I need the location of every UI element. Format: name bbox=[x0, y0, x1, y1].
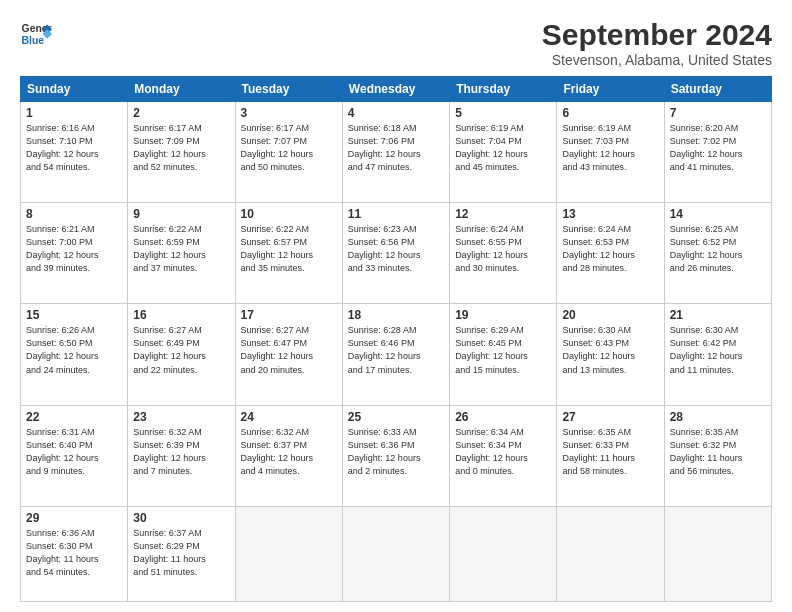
day-number: 6 bbox=[562, 106, 658, 120]
calendar-cell bbox=[664, 506, 771, 601]
day-number: 3 bbox=[241, 106, 337, 120]
day-number: 27 bbox=[562, 410, 658, 424]
calendar-cell: 24Sunrise: 6:32 AM Sunset: 6:37 PM Dayli… bbox=[235, 405, 342, 506]
calendar-cell: 4Sunrise: 6:18 AM Sunset: 7:06 PM Daylig… bbox=[342, 102, 449, 203]
calendar-day-header: Tuesday bbox=[235, 77, 342, 102]
calendar-cell: 9Sunrise: 6:22 AM Sunset: 6:59 PM Daylig… bbox=[128, 203, 235, 304]
day-info: Sunrise: 6:24 AM Sunset: 6:53 PM Dayligh… bbox=[562, 223, 658, 275]
calendar-cell bbox=[235, 506, 342, 601]
day-info: Sunrise: 6:28 AM Sunset: 6:46 PM Dayligh… bbox=[348, 324, 444, 376]
day-number: 24 bbox=[241, 410, 337, 424]
calendar-cell bbox=[342, 506, 449, 601]
main-title: September 2024 bbox=[542, 18, 772, 52]
day-number: 2 bbox=[133, 106, 229, 120]
day-info: Sunrise: 6:35 AM Sunset: 6:32 PM Dayligh… bbox=[670, 426, 766, 478]
calendar-cell: 22Sunrise: 6:31 AM Sunset: 6:40 PM Dayli… bbox=[21, 405, 128, 506]
day-number: 1 bbox=[26, 106, 122, 120]
day-number: 28 bbox=[670, 410, 766, 424]
calendar-cell: 13Sunrise: 6:24 AM Sunset: 6:53 PM Dayli… bbox=[557, 203, 664, 304]
day-info: Sunrise: 6:30 AM Sunset: 6:43 PM Dayligh… bbox=[562, 324, 658, 376]
day-number: 16 bbox=[133, 308, 229, 322]
day-info: Sunrise: 6:27 AM Sunset: 6:49 PM Dayligh… bbox=[133, 324, 229, 376]
day-info: Sunrise: 6:29 AM Sunset: 6:45 PM Dayligh… bbox=[455, 324, 551, 376]
calendar-day-header: Wednesday bbox=[342, 77, 449, 102]
calendar-cell: 7Sunrise: 6:20 AM Sunset: 7:02 PM Daylig… bbox=[664, 102, 771, 203]
calendar-cell: 21Sunrise: 6:30 AM Sunset: 6:42 PM Dayli… bbox=[664, 304, 771, 405]
calendar-cell: 30Sunrise: 6:37 AM Sunset: 6:29 PM Dayli… bbox=[128, 506, 235, 601]
calendar-cell: 5Sunrise: 6:19 AM Sunset: 7:04 PM Daylig… bbox=[450, 102, 557, 203]
calendar-day-header: Saturday bbox=[664, 77, 771, 102]
day-number: 4 bbox=[348, 106, 444, 120]
logo-icon: General Blue bbox=[20, 18, 52, 50]
calendar-cell: 18Sunrise: 6:28 AM Sunset: 6:46 PM Dayli… bbox=[342, 304, 449, 405]
calendar-cell: 27Sunrise: 6:35 AM Sunset: 6:33 PM Dayli… bbox=[557, 405, 664, 506]
day-number: 19 bbox=[455, 308, 551, 322]
calendar-cell: 16Sunrise: 6:27 AM Sunset: 6:49 PM Dayli… bbox=[128, 304, 235, 405]
day-info: Sunrise: 6:32 AM Sunset: 6:39 PM Dayligh… bbox=[133, 426, 229, 478]
day-info: Sunrise: 6:18 AM Sunset: 7:06 PM Dayligh… bbox=[348, 122, 444, 174]
calendar-cell: 2Sunrise: 6:17 AM Sunset: 7:09 PM Daylig… bbox=[128, 102, 235, 203]
day-number: 26 bbox=[455, 410, 551, 424]
day-info: Sunrise: 6:36 AM Sunset: 6:30 PM Dayligh… bbox=[26, 527, 122, 579]
day-info: Sunrise: 6:21 AM Sunset: 7:00 PM Dayligh… bbox=[26, 223, 122, 275]
day-info: Sunrise: 6:20 AM Sunset: 7:02 PM Dayligh… bbox=[670, 122, 766, 174]
calendar-day-header: Sunday bbox=[21, 77, 128, 102]
day-info: Sunrise: 6:25 AM Sunset: 6:52 PM Dayligh… bbox=[670, 223, 766, 275]
day-number: 5 bbox=[455, 106, 551, 120]
calendar-cell bbox=[450, 506, 557, 601]
header: General Blue September 2024 Stevenson, A… bbox=[20, 18, 772, 68]
day-number: 10 bbox=[241, 207, 337, 221]
day-number: 29 bbox=[26, 511, 122, 525]
day-number: 18 bbox=[348, 308, 444, 322]
page: General Blue September 2024 Stevenson, A… bbox=[0, 0, 792, 612]
calendar-cell: 1Sunrise: 6:16 AM Sunset: 7:10 PM Daylig… bbox=[21, 102, 128, 203]
day-number: 25 bbox=[348, 410, 444, 424]
calendar-cell: 12Sunrise: 6:24 AM Sunset: 6:55 PM Dayli… bbox=[450, 203, 557, 304]
calendar-header-row: SundayMondayTuesdayWednesdayThursdayFrid… bbox=[21, 77, 772, 102]
calendar-table: SundayMondayTuesdayWednesdayThursdayFrid… bbox=[20, 76, 772, 602]
logo: General Blue bbox=[20, 18, 52, 50]
day-info: Sunrise: 6:26 AM Sunset: 6:50 PM Dayligh… bbox=[26, 324, 122, 376]
day-number: 12 bbox=[455, 207, 551, 221]
day-number: 8 bbox=[26, 207, 122, 221]
day-number: 7 bbox=[670, 106, 766, 120]
calendar-day-header: Monday bbox=[128, 77, 235, 102]
day-info: Sunrise: 6:27 AM Sunset: 6:47 PM Dayligh… bbox=[241, 324, 337, 376]
day-info: Sunrise: 6:19 AM Sunset: 7:04 PM Dayligh… bbox=[455, 122, 551, 174]
day-info: Sunrise: 6:22 AM Sunset: 6:57 PM Dayligh… bbox=[241, 223, 337, 275]
day-info: Sunrise: 6:30 AM Sunset: 6:42 PM Dayligh… bbox=[670, 324, 766, 376]
day-info: Sunrise: 6:22 AM Sunset: 6:59 PM Dayligh… bbox=[133, 223, 229, 275]
calendar-day-header: Friday bbox=[557, 77, 664, 102]
day-number: 23 bbox=[133, 410, 229, 424]
calendar-cell: 26Sunrise: 6:34 AM Sunset: 6:34 PM Dayli… bbox=[450, 405, 557, 506]
day-number: 14 bbox=[670, 207, 766, 221]
calendar-cell bbox=[557, 506, 664, 601]
day-info: Sunrise: 6:37 AM Sunset: 6:29 PM Dayligh… bbox=[133, 527, 229, 579]
calendar-cell: 29Sunrise: 6:36 AM Sunset: 6:30 PM Dayli… bbox=[21, 506, 128, 601]
day-info: Sunrise: 6:16 AM Sunset: 7:10 PM Dayligh… bbox=[26, 122, 122, 174]
calendar-cell: 15Sunrise: 6:26 AM Sunset: 6:50 PM Dayli… bbox=[21, 304, 128, 405]
day-info: Sunrise: 6:35 AM Sunset: 6:33 PM Dayligh… bbox=[562, 426, 658, 478]
day-info: Sunrise: 6:17 AM Sunset: 7:07 PM Dayligh… bbox=[241, 122, 337, 174]
day-number: 15 bbox=[26, 308, 122, 322]
day-number: 9 bbox=[133, 207, 229, 221]
day-info: Sunrise: 6:34 AM Sunset: 6:34 PM Dayligh… bbox=[455, 426, 551, 478]
calendar-cell: 6Sunrise: 6:19 AM Sunset: 7:03 PM Daylig… bbox=[557, 102, 664, 203]
calendar-cell: 8Sunrise: 6:21 AM Sunset: 7:00 PM Daylig… bbox=[21, 203, 128, 304]
day-number: 22 bbox=[26, 410, 122, 424]
calendar-cell: 19Sunrise: 6:29 AM Sunset: 6:45 PM Dayli… bbox=[450, 304, 557, 405]
day-info: Sunrise: 6:33 AM Sunset: 6:36 PM Dayligh… bbox=[348, 426, 444, 478]
calendar-day-header: Thursday bbox=[450, 77, 557, 102]
day-number: 11 bbox=[348, 207, 444, 221]
calendar-cell: 11Sunrise: 6:23 AM Sunset: 6:56 PM Dayli… bbox=[342, 203, 449, 304]
svg-text:Blue: Blue bbox=[22, 35, 45, 46]
day-info: Sunrise: 6:32 AM Sunset: 6:37 PM Dayligh… bbox=[241, 426, 337, 478]
subtitle: Stevenson, Alabama, United States bbox=[542, 52, 772, 68]
day-info: Sunrise: 6:24 AM Sunset: 6:55 PM Dayligh… bbox=[455, 223, 551, 275]
calendar-cell: 20Sunrise: 6:30 AM Sunset: 6:43 PM Dayli… bbox=[557, 304, 664, 405]
day-number: 30 bbox=[133, 511, 229, 525]
day-info: Sunrise: 6:23 AM Sunset: 6:56 PM Dayligh… bbox=[348, 223, 444, 275]
calendar-cell: 10Sunrise: 6:22 AM Sunset: 6:57 PM Dayli… bbox=[235, 203, 342, 304]
day-number: 17 bbox=[241, 308, 337, 322]
day-info: Sunrise: 6:31 AM Sunset: 6:40 PM Dayligh… bbox=[26, 426, 122, 478]
